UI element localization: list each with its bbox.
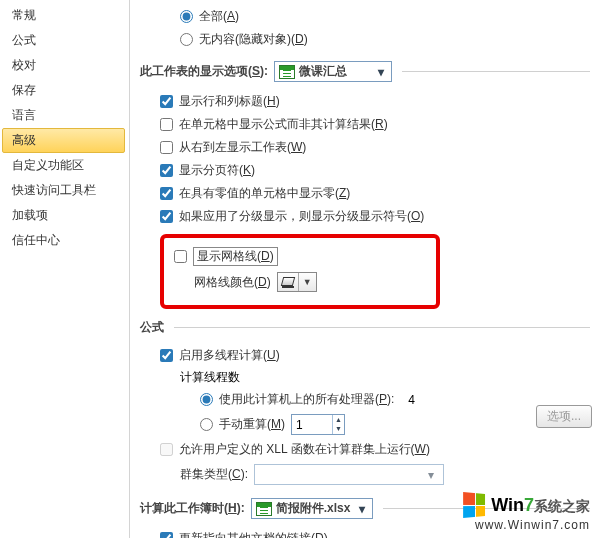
- sidebar-item-save[interactable]: 保存: [2, 78, 129, 103]
- check-show-formulas-label: 在单元格中显示公式而非其计算结果(R): [179, 116, 388, 133]
- watermark-url: www.Winwin7.com: [475, 518, 590, 532]
- check-rtl-sheet[interactable]: [160, 141, 173, 154]
- check-update-links[interactable]: [160, 532, 173, 538]
- section-formulas: 公式: [140, 319, 590, 336]
- workbook-select-dropdown[interactable]: 简报附件.xlsx ▾: [251, 498, 374, 519]
- spinner-down-icon[interactable]: ▼: [333, 424, 344, 433]
- radio-objects-all[interactable]: [180, 10, 193, 23]
- check-multithread-calc[interactable]: [160, 349, 173, 362]
- sidebar-item-advanced[interactable]: 高级: [2, 128, 125, 153]
- check-update-links-label: 更新指向其他文档的链接(D): [179, 530, 328, 538]
- sidebar-item-addins[interactable]: 加载项: [2, 203, 129, 228]
- check-show-gridlines[interactable]: [174, 250, 187, 263]
- check-multithread-calc-label: 启用多线程计算(U): [179, 347, 280, 364]
- check-outline-symbols-label: 如果应用了分级显示，则显示分级显示符号(O): [179, 208, 424, 225]
- cluster-type-label: 群集类型(C):: [180, 466, 248, 483]
- sidebar-item-proofing[interactable]: 校对: [2, 53, 129, 78]
- processor-count-value: 4: [408, 393, 415, 407]
- check-row-col-headers-label: 显示行和列标题(H): [179, 93, 280, 110]
- cluster-type-dropdown: ▾: [254, 464, 444, 485]
- chevron-down-icon: ▾: [354, 502, 370, 516]
- sidebar-item-trust-center[interactable]: 信任中心: [2, 228, 129, 253]
- main-panel: 全部(A) 无内容(隐藏对象)(D) 此工作表的显示选项(S): 微课汇总 ▾ …: [130, 0, 600, 538]
- threads-count-label: 计算线程数: [180, 367, 590, 388]
- workbook-icon: [256, 502, 272, 516]
- check-show-zeros[interactable]: [160, 187, 173, 200]
- radio-objects-none[interactable]: [180, 33, 193, 46]
- windows-flag-icon: [463, 492, 485, 518]
- highlight-box-gridlines: 显示网格线(D) 网格线颜色(D) ▼: [160, 234, 440, 309]
- cluster-options-button: 选项...: [536, 405, 592, 428]
- sidebar-item-customize-ribbon[interactable]: 自定义功能区: [2, 153, 129, 178]
- sidebar-item-quick-access[interactable]: 快速访问工具栏: [2, 178, 129, 203]
- check-page-breaks-label: 显示分页符(K): [179, 162, 255, 179]
- radio-threads-all-label: 使用此计算机上的所有处理器(P):: [219, 391, 394, 408]
- chevron-down-icon: ▾: [423, 468, 439, 482]
- options-sidebar: 常规 公式 校对 保存 语言 高级 自定义功能区 快速访问工具栏 加载项 信任中…: [0, 0, 130, 538]
- watermark-logo: Win7系统之家 www.Winwin7.com: [463, 493, 590, 532]
- manual-threads-input[interactable]: [292, 415, 332, 434]
- worksheet-icon: [279, 65, 295, 79]
- check-show-formulas[interactable]: [160, 118, 173, 131]
- chevron-down-icon: ▾: [373, 65, 389, 79]
- gridline-color-picker[interactable]: ▼: [277, 272, 317, 292]
- radio-threads-manual-label: 手动重算(M): [219, 416, 285, 433]
- check-show-zeros-label: 在具有零值的单元格中显示零(Z): [179, 185, 350, 202]
- check-show-gridlines-label: 显示网格线(D): [193, 247, 278, 266]
- check-row-col-headers[interactable]: [160, 95, 173, 108]
- spinner-up-icon[interactable]: ▲: [333, 415, 344, 424]
- section-worksheet-display: 此工作表的显示选项(S): 微课汇总 ▾: [140, 61, 590, 82]
- check-rtl-sheet-label: 从右到左显示工作表(W): [179, 139, 306, 156]
- radio-threads-manual[interactable]: [200, 418, 213, 431]
- check-xll-cluster: [160, 443, 173, 456]
- radio-objects-all-label: 全部(A): [199, 8, 239, 25]
- gridline-color-label: 网格线颜色(D): [194, 274, 271, 291]
- sidebar-item-language[interactable]: 语言: [2, 103, 129, 128]
- check-page-breaks[interactable]: [160, 164, 173, 177]
- radio-threads-all[interactable]: [200, 393, 213, 406]
- manual-threads-spinner[interactable]: ▲▼: [291, 414, 345, 435]
- chevron-down-icon: ▼: [299, 277, 316, 287]
- sidebar-item-general[interactable]: 常规: [2, 3, 129, 28]
- worksheet-select-dropdown[interactable]: 微课汇总 ▾: [274, 61, 392, 82]
- paint-bucket-icon: [282, 276, 294, 288]
- check-outline-symbols[interactable]: [160, 210, 173, 223]
- check-xll-cluster-label: 允许用户定义的 XLL 函数在计算群集上运行(W): [179, 441, 430, 458]
- radio-objects-none-label: 无内容(隐藏对象)(D): [199, 31, 308, 48]
- sidebar-item-formulas[interactable]: 公式: [2, 28, 129, 53]
